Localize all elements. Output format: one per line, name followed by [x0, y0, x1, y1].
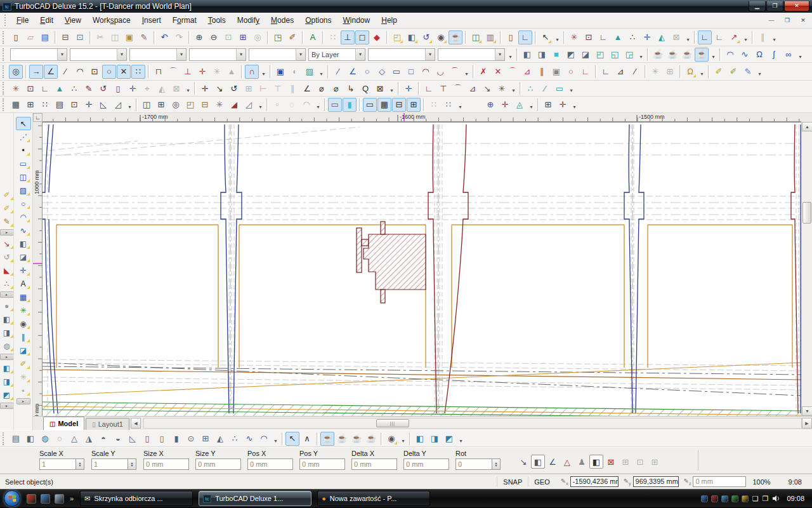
arc-center-button[interactable]: ◠: [419, 65, 433, 79]
start-button[interactable]: [4, 490, 20, 507]
marker-red-button[interactable]: ✐: [712, 65, 726, 79]
toolbar-grip[interactable]: [3, 48, 6, 61]
snap-auto-button[interactable]: ✳: [210, 65, 224, 79]
subtract-preview-button[interactable]: ◨: [0, 326, 14, 339]
quick-dim-button[interactable]: Q: [358, 81, 372, 95]
y-coordinate-field[interactable]: 969,3395 mm: [633, 476, 679, 487]
axis-toggle-button[interactable]: ∟: [518, 30, 532, 44]
lineweight-combo-arrow-icon[interactable]: ▾: [236, 49, 246, 60]
field-input-rot[interactable]: 0: [455, 458, 492, 470]
measure-point-button[interactable]: ∴: [523, 81, 537, 95]
curve-sine-button[interactable]: ∿: [738, 48, 752, 62]
reference-point-button[interactable]: ↘: [516, 455, 530, 469]
view-cube-left-button[interactable]: ◩: [564, 48, 578, 62]
pick-point-button[interactable]: ∟: [579, 65, 593, 79]
property-toolbar-more-button[interactable]: ▾: [506, 48, 514, 62]
view-cube-iso-nw-button[interactable]: ◱: [608, 48, 622, 62]
snap-face-button[interactable]: ⊓: [152, 65, 166, 79]
workplane-views-more-button[interactable]: ▾: [684, 30, 692, 44]
stamp-tool-button[interactable]: ▥: [483, 30, 497, 44]
fillet-edges-button[interactable]: ⌒: [451, 81, 465, 95]
copy-button[interactable]: ◫: [108, 30, 122, 44]
print-button[interactable]: ⊟: [58, 30, 72, 44]
mdi-close-button[interactable]: ✕: [796, 16, 810, 25]
text-style-combo-arrow-icon[interactable]: ▾: [495, 49, 504, 60]
plane-target-button[interactable]: ⌖: [140, 81, 154, 95]
assist-toolbar-more-button[interactable]: ▾: [770, 30, 778, 44]
zoom-in-button[interactable]: ⊕: [192, 30, 206, 44]
workplane-axis-button[interactable]: ∟: [596, 30, 610, 44]
plane-points-button[interactable]: ∴: [67, 81, 81, 95]
minimize-button[interactable]: ▁: [749, 1, 766, 11]
menu-grip[interactable]: [4, 15, 8, 26]
arc-tangent-button[interactable]: ⌒: [448, 65, 462, 79]
scroll-down-arrow-icon[interactable]: ▼: [802, 406, 812, 416]
aperture-button[interactable]: ⊞: [541, 98, 555, 112]
node-select-tool-button[interactable]: ▫: [16, 384, 31, 397]
chamfer-edge-button[interactable]: ⊿: [613, 65, 627, 79]
scale-multiply-button[interactable]: ∷: [427, 98, 441, 112]
format-painter-button[interactable]: ✎: [137, 30, 151, 44]
plane-box-button[interactable]: ⊡: [23, 81, 37, 95]
sphere-nodes-button[interactable]: ◌: [53, 432, 67, 446]
linestyle-combo[interactable]: ▾: [129, 48, 187, 61]
color-combo-arrow-icon[interactable]: ▾: [117, 49, 126, 60]
mdi-minimize-button[interactable]: —: [764, 16, 778, 25]
zoom-extents-button[interactable]: ⊞: [236, 30, 250, 44]
workplane-move-button[interactable]: ✛: [640, 30, 654, 44]
corner-join-button[interactable]: ∟: [599, 65, 613, 79]
show-toolbar-button[interactable]: ⊟: [392, 98, 406, 112]
snap-parallel-button[interactable]: ∥: [756, 30, 769, 44]
zoom-selection-button[interactable]: ◎: [251, 30, 265, 44]
grid-frame-button[interactable]: ⊡: [67, 98, 81, 112]
plane-cone-button[interactable]: ▲: [53, 81, 67, 95]
curve-closed-button[interactable]: ∞: [782, 48, 796, 62]
boolean-intersect-button[interactable]: ◩: [442, 432, 456, 446]
new-document-button[interactable]: ▯: [9, 30, 23, 44]
break-button[interactable]: ✕: [491, 65, 505, 79]
explode-tool-button[interactable]: ✳: [16, 304, 31, 317]
scroll-up-arrow-icon[interactable]: ▲: [802, 122, 812, 131]
snap-arc-button[interactable]: ◠: [73, 65, 87, 79]
arc-3point-button[interactable]: ◡: [433, 65, 447, 79]
triangle-red-tool-button[interactable]: ◣: [0, 264, 14, 277]
select-3d-button[interactable]: ↖: [285, 432, 299, 446]
coord-user-button[interactable]: ∟: [712, 30, 726, 44]
no-snap-mode-button[interactable]: ⊠: [604, 455, 618, 469]
curve-arc-button[interactable]: ◠: [723, 48, 737, 62]
grid-toolbar-more-button[interactable]: ▾: [126, 98, 134, 112]
palette-flyout-button[interactable]: ▸: [0, 291, 14, 298]
trim-button[interactable]: ✗: [476, 65, 490, 79]
view-cube-back-button[interactable]: ◨: [535, 48, 549, 62]
menu-insert[interactable]: Insert: [136, 13, 167, 27]
polyline-palette-button[interactable]: ⋰: [16, 130, 31, 144]
menu-window[interactable]: Window: [337, 13, 376, 27]
render-wire-mode-button[interactable]: ☕: [320, 432, 334, 446]
toolbar-grip[interactable]: [3, 432, 6, 445]
move-3d-palette-button[interactable]: ✛: [16, 264, 31, 277]
snap-3d-button[interactable]: ▲: [225, 65, 239, 79]
select-window-button[interactable]: ▭: [328, 98, 342, 112]
zoom-out-button[interactable]: ⊖: [207, 30, 221, 44]
select-rect-ghost-button[interactable]: ▫: [270, 98, 284, 112]
style-pen-button[interactable]: ✐: [285, 30, 299, 44]
field-spinner[interactable]: ▲▼: [128, 458, 136, 470]
mesh-edit-button[interactable]: ⊞: [663, 65, 677, 79]
camera-view-button[interactable]: ◉: [434, 30, 448, 44]
plane-mirror-button[interactable]: ◭: [155, 81, 169, 95]
walkthrough-tool-button[interactable]: ◉: [16, 317, 31, 330]
spray-points-tool-button[interactable]: ∴: [0, 277, 14, 290]
draw-toolbar-more-button[interactable]: ▾: [462, 65, 471, 79]
hemisphere-button[interactable]: ◓: [96, 432, 110, 446]
dim-radius-button[interactable]: ⌀: [315, 81, 329, 95]
points-3d-button[interactable]: ∴: [228, 432, 242, 446]
view-cube-top-button[interactable]: ■: [549, 48, 563, 62]
cone-solid-button[interactable]: ◮: [82, 432, 96, 446]
field-input-size-y[interactable]: 0 mm: [195, 458, 241, 470]
loft-button[interactable]: ◠: [257, 432, 271, 446]
toolbar-grip[interactable]: [3, 98, 6, 111]
degrade-warning-button[interactable]: △: [560, 455, 574, 469]
render-full-mode-button[interactable]: ☕: [364, 432, 378, 446]
helix-button[interactable]: ∿: [242, 432, 256, 446]
brush-gradient-button[interactable]: ◐: [288, 65, 302, 79]
